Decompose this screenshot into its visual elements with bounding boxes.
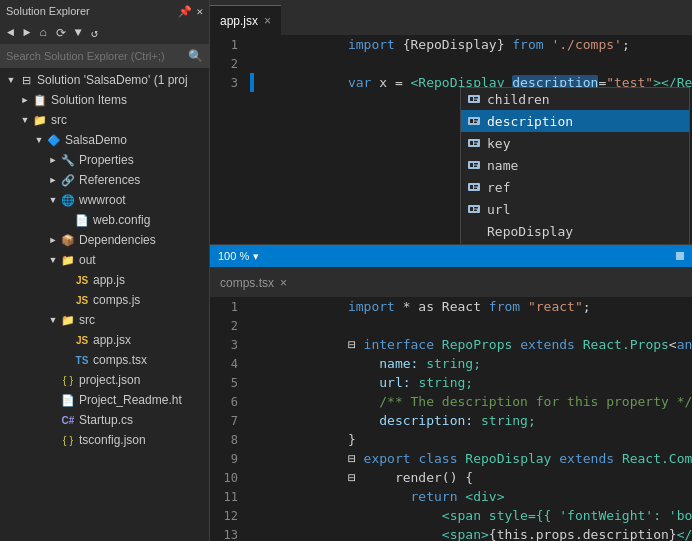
- bottom-content-14[interactable]: </div>;: [254, 531, 692, 541]
- back-btn[interactable]: ◄: [4, 25, 17, 41]
- ac-icon-name: [467, 158, 481, 172]
- zoom-dropdown-arrow[interactable]: ▾: [253, 250, 259, 263]
- zoom-status-bar: 100 % ▾: [210, 245, 692, 267]
- tab-app-jsx-close[interactable]: ×: [264, 14, 271, 28]
- references-arrow[interactable]: ►: [46, 175, 60, 185]
- svg-rect-1: [470, 97, 473, 101]
- tree-item-wwwroot[interactable]: ▼ 🌐 wwwroot: [0, 190, 209, 210]
- ac-item-repodisplay[interactable]: RepoDisplay: [461, 220, 689, 242]
- ac-icon-key: [467, 136, 481, 150]
- out-folder-icon: 📁: [60, 252, 76, 268]
- src2-arrow[interactable]: ▼: [46, 315, 60, 325]
- bottom-ln-2: 2: [210, 319, 250, 333]
- references-icon: 🔗: [60, 172, 76, 188]
- tree-item-web-config[interactable]: 📄 web.config: [0, 210, 209, 230]
- dependencies-label: Dependencies: [79, 233, 156, 247]
- svg-rect-7: [474, 122, 477, 124]
- svg-rect-22: [474, 207, 478, 209]
- svg-rect-13: [470, 163, 473, 167]
- tree-item-references[interactable]: ► 🔗 References: [0, 170, 209, 190]
- wwwroot-arrow[interactable]: ▼: [46, 195, 60, 205]
- project-readme-icon: 📄: [60, 392, 76, 408]
- tree-item-app-js[interactable]: JS app.js: [0, 270, 209, 290]
- tree-item-app-jsx[interactable]: JS app.jsx: [0, 330, 209, 350]
- svg-rect-15: [474, 166, 477, 168]
- punc-semi: ;: [622, 37, 630, 52]
- solution-icon: ⊟: [18, 72, 34, 88]
- tree-item-startup-cs[interactable]: C# Startup.cs: [0, 410, 209, 430]
- tree-item-comps-js[interactable]: JS comps.js: [0, 290, 209, 310]
- ac-label-description: description: [487, 114, 573, 129]
- tab-app-jsx[interactable]: app.jsx ×: [210, 5, 281, 35]
- wwwroot-label: wwwroot: [79, 193, 126, 207]
- dependencies-icon: 📦: [60, 232, 76, 248]
- filter-btn[interactable]: ▼: [72, 25, 85, 41]
- src-folder-label: src: [51, 113, 67, 127]
- zoom-control[interactable]: 100 % ▾: [218, 250, 259, 263]
- ac-item-children[interactable]: children: [461, 88, 689, 110]
- search-icon: 🔍: [188, 49, 203, 64]
- editor-bottom-pane: 1 import * as React from "react"; 2 3 ⊟: [210, 297, 692, 541]
- line-number-3: 3: [210, 76, 250, 90]
- tree-item-comps-tsx[interactable]: TS comps.tsx: [0, 350, 209, 370]
- tree-item-dependencies[interactable]: ► 📦 Dependencies: [0, 230, 209, 250]
- pin-icon[interactable]: 📌: [178, 5, 192, 18]
- code-lines-bottom: 1 import * as React from "react"; 2 3 ⊟: [210, 297, 692, 541]
- salsademo-arrow[interactable]: ▼: [32, 135, 46, 145]
- ac-icon-children: [467, 92, 481, 106]
- dependencies-arrow[interactable]: ►: [46, 235, 60, 245]
- tree-item-tsconfig-json[interactable]: { } tsconfig.json: [0, 430, 209, 450]
- ac-item-name[interactable]: name: [461, 154, 689, 176]
- properties-arrow[interactable]: ►: [46, 155, 60, 165]
- ac-item-x[interactable]: x: [461, 242, 689, 245]
- ac-item-description[interactable]: description: [461, 110, 689, 132]
- bottom-ln-5: 5: [210, 376, 250, 390]
- ac-icon-ref: [467, 180, 481, 194]
- tab-comps-tsx-label: comps.tsx: [220, 276, 274, 290]
- home-btn[interactable]: ⌂: [36, 25, 49, 41]
- solution-explorer-search-bar[interactable]: 🔍: [0, 44, 209, 68]
- bottom-ln-12: 12: [210, 509, 250, 523]
- op-brace: {RepoDisplay}: [403, 37, 513, 52]
- tree-item-properties[interactable]: ► 🔧 Properties: [0, 150, 209, 170]
- svg-rect-16: [468, 183, 480, 191]
- tab-comps-tsx[interactable]: comps.tsx ×: [210, 267, 297, 297]
- sync-btn[interactable]: ⟳: [53, 25, 69, 42]
- kw-import: import: [348, 37, 403, 52]
- tree-item-src-folder[interactable]: ▼ 📁 src: [0, 110, 209, 130]
- scrollbar-thumb[interactable]: [676, 252, 684, 260]
- src-arrow[interactable]: ▼: [18, 115, 32, 125]
- tree-item-solution[interactable]: ▼ ⊟ Solution 'SalsaDemo' (1 proj: [0, 70, 209, 90]
- forward-btn[interactable]: ►: [20, 25, 33, 41]
- solution-items-arrow[interactable]: ►: [18, 95, 32, 105]
- web-config-label: web.config: [93, 213, 150, 227]
- out-arrow[interactable]: ▼: [46, 255, 60, 265]
- autocomplete-dropdown[interactable]: children description: [460, 87, 690, 245]
- ac-item-url[interactable]: url: [461, 198, 689, 220]
- line-number-2: 2: [210, 57, 250, 71]
- tree-item-project-readme[interactable]: 📄 Project_Readme.ht: [0, 390, 209, 410]
- tree-item-solution-items[interactable]: ► 📋 Solution Items: [0, 90, 209, 110]
- line-number-1: 1: [210, 38, 250, 52]
- ac-item-ref[interactable]: ref: [461, 176, 689, 198]
- solution-explorer-title: Solution Explorer: [6, 5, 90, 17]
- tab-comps-tsx-close[interactable]: ×: [280, 276, 287, 290]
- svg-rect-9: [470, 141, 473, 145]
- close-panel-icon[interactable]: ✕: [196, 5, 203, 18]
- svg-rect-3: [474, 100, 477, 102]
- tree-item-out-folder[interactable]: ▼ 📁 out: [0, 250, 209, 270]
- tree-item-project-json[interactable]: { } project.json: [0, 370, 209, 390]
- refresh-btn[interactable]: ↺: [88, 25, 101, 42]
- svg-rect-20: [468, 205, 480, 213]
- svg-rect-23: [474, 210, 477, 212]
- tree-item-salsademo[interactable]: ▼ 🔷 SalsaDemo: [0, 130, 209, 150]
- app-jsx-label: app.jsx: [93, 333, 131, 347]
- ac-label-ref: ref: [487, 180, 510, 195]
- svg-rect-17: [470, 185, 473, 189]
- ac-item-key[interactable]: key: [461, 132, 689, 154]
- solution-arrow[interactable]: ▼: [4, 75, 18, 85]
- ac-icon-repodisplay: [467, 224, 481, 238]
- search-input[interactable]: [6, 50, 188, 62]
- tree-item-src2-folder[interactable]: ▼ 📁 src: [0, 310, 209, 330]
- salsademo-icon: 🔷: [46, 132, 62, 148]
